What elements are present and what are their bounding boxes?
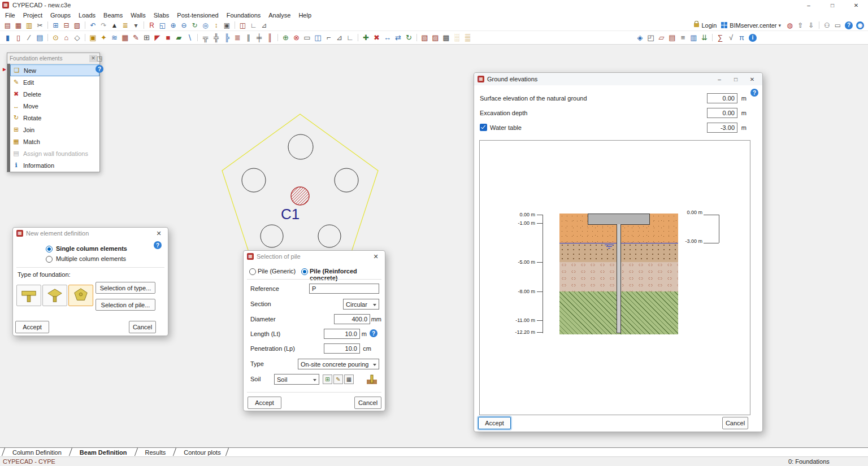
search-reference-icon[interactable]: R bbox=[146, 20, 157, 31]
delete-node-icon[interactable]: ⊗ bbox=[291, 32, 302, 43]
analysis-check-icon[interactable]: √ bbox=[726, 32, 736, 43]
hatch-a-icon[interactable]: ▧ bbox=[419, 32, 430, 43]
diameter-input[interactable]: 400.0 bbox=[334, 314, 370, 324]
zoom-out-icon[interactable]: ⊖ bbox=[179, 20, 189, 31]
pad-footing-icon[interactable]: ▣ bbox=[88, 32, 98, 43]
layer-chevron-icon[interactable]: ▾ bbox=[131, 20, 141, 31]
maximize-button[interactable]: □ bbox=[729, 76, 743, 82]
resources-icon[interactable]: ▥ bbox=[24, 20, 34, 31]
lists-icon[interactable]: ≡ bbox=[678, 32, 688, 43]
section-select[interactable]: Circular bbox=[343, 299, 379, 310]
menu-post-tensioned[interactable]: Post-tensioned bbox=[173, 12, 222, 19]
beam-list-icon[interactable]: ≣ bbox=[232, 32, 243, 43]
insert-beam-icon[interactable]: ╦ bbox=[200, 32, 211, 43]
edit-column-icon[interactable]: ▯ bbox=[13, 32, 24, 43]
ortho-mode-icon[interactable]: ∟ bbox=[345, 32, 355, 43]
multiple-column-label[interactable]: Multiple column elements bbox=[56, 255, 126, 262]
flag-icon[interactable]: ◤ bbox=[152, 32, 163, 43]
soil-table-button[interactable]: ▦ bbox=[344, 374, 354, 384]
align-beams-icon[interactable]: ∥ bbox=[243, 32, 254, 43]
length-input[interactable]: 10.0 bbox=[324, 329, 360, 339]
bim-upload-icon[interactable]: ⇧ bbox=[795, 20, 806, 31]
panel-item-assign-wall-foundations[interactable]: ▤ Assign wall foundations bbox=[10, 147, 99, 159]
panel-item-join[interactable]: ⊞ Join bbox=[10, 124, 99, 136]
level-icon[interactable]: ⌂ bbox=[61, 32, 72, 43]
menu-loads[interactable]: Loads bbox=[75, 12, 99, 19]
hatch-c-icon[interactable]: ▩ bbox=[441, 32, 452, 43]
add-node-icon[interactable]: ⊕ bbox=[280, 32, 291, 43]
panel-item-delete[interactable]: ✖ Delete bbox=[10, 88, 99, 100]
close-button[interactable]: ✕ bbox=[745, 76, 759, 82]
water-table-label[interactable]: Water table bbox=[490, 124, 522, 131]
column-angle-icon[interactable]: ∕ bbox=[24, 32, 34, 43]
panel-help-button[interactable]: ? bbox=[96, 65, 103, 73]
pan-icon[interactable]: ↕ bbox=[211, 20, 222, 31]
tab-results[interactable]: Results bbox=[136, 448, 175, 456]
hatch-b-icon[interactable]: ▨ bbox=[430, 32, 441, 43]
redo-icon[interactable]: ↷ bbox=[98, 20, 109, 31]
menu-help[interactable]: Help bbox=[294, 12, 315, 19]
edit-foundation-icon[interactable]: ✎ bbox=[131, 32, 141, 43]
selection-of-pile-button[interactable]: Selection of pile... bbox=[96, 299, 155, 311]
chevron-down-icon[interactable]: ▾ bbox=[778, 23, 781, 28]
length-help-button[interactable]: ? bbox=[370, 329, 377, 337]
add-element-icon[interactable]: ✚ bbox=[361, 32, 371, 43]
delete-element-icon[interactable]: ✖ bbox=[371, 32, 382, 43]
frame-icon[interactable]: ▣ bbox=[222, 20, 232, 31]
refresh-view-icon[interactable]: ↻ bbox=[403, 32, 414, 43]
texture-b-icon[interactable]: ▒ bbox=[462, 32, 473, 43]
zone-window-icon[interactable]: ◫ bbox=[313, 32, 323, 43]
angle-icon[interactable]: ⊿ bbox=[334, 32, 345, 43]
dialog-help-button[interactable]: ? bbox=[154, 241, 162, 249]
type-select[interactable]: On-site concrete pouring bbox=[298, 359, 379, 369]
menu-analyse[interactable]: Analyse bbox=[264, 12, 294, 19]
close-button[interactable]: ✕ bbox=[844, 0, 868, 10]
zoom-previous-icon[interactable]: ◎ bbox=[200, 20, 211, 31]
analysis-options-icon[interactable]: π bbox=[736, 32, 747, 43]
selection-of-type-button[interactable]: Selection of type... bbox=[96, 282, 155, 294]
layer-visibility-icon[interactable]: ≣ bbox=[120, 20, 131, 31]
foundation-table-icon[interactable]: ⊞ bbox=[141, 32, 152, 43]
cut-icon[interactable]: ✂ bbox=[34, 20, 45, 31]
delete-zone-icon[interactable]: ■ bbox=[163, 32, 173, 43]
foundation-type-diamond-cap-button[interactable] bbox=[42, 285, 67, 306]
soil-select[interactable]: Soil bbox=[274, 374, 319, 385]
surface-elevation-input[interactable]: 0.00 bbox=[707, 93, 737, 103]
penetration-input[interactable]: 10.0 bbox=[324, 343, 360, 354]
menu-groups[interactable]: Groups bbox=[46, 12, 75, 19]
panel-item-move[interactable]: ↔ Move bbox=[10, 100, 99, 112]
texture-a-icon[interactable]: ░ bbox=[452, 32, 462, 43]
minimize-button[interactable]: – bbox=[713, 76, 726, 82]
reference-input[interactable]: P bbox=[309, 284, 379, 294]
soil-edit-button[interactable]: ✎ bbox=[333, 374, 343, 384]
zoom-window-icon[interactable]: ◱ bbox=[157, 20, 168, 31]
panel-item-information[interactable]: ℹ Information bbox=[10, 159, 99, 171]
reference-icon[interactable]: ◇ bbox=[72, 32, 83, 43]
fixity-icon[interactable]: ⊙ bbox=[50, 32, 61, 43]
bim-download-icon[interactable]: ⇩ bbox=[806, 20, 817, 31]
swap-element-icon[interactable]: ⇄ bbox=[393, 32, 403, 43]
wall-icon[interactable]: ║ bbox=[264, 32, 275, 43]
menu-project[interactable]: Project bbox=[19, 12, 46, 19]
menu-file[interactable]: File bbox=[1, 12, 19, 19]
menu-beams[interactable]: Beams bbox=[99, 12, 127, 19]
contour-icon[interactable]: ▭ bbox=[302, 32, 313, 43]
reports-icon[interactable]: ▤ bbox=[667, 32, 678, 43]
water-table-input[interactable]: -3.00 bbox=[707, 123, 737, 133]
redraw-icon[interactable]: ↻ bbox=[189, 20, 200, 31]
login-button[interactable]: Login bbox=[701, 22, 717, 29]
collaborators-icon[interactable]: ⚇ bbox=[822, 20, 832, 31]
pile-generic-radio[interactable] bbox=[249, 268, 256, 275]
undo-icon[interactable]: ↶ bbox=[88, 20, 98, 31]
move-element-icon[interactable]: ↔ bbox=[382, 32, 393, 43]
measure-icon[interactable]: ⊿ bbox=[259, 20, 270, 31]
tab-contour-plots[interactable]: Contour plots bbox=[175, 448, 229, 456]
printer-icon[interactable]: ▧ bbox=[72, 20, 83, 31]
excavation-depth-input[interactable]: 0.00 bbox=[707, 108, 737, 118]
menu-walls[interactable]: Walls bbox=[127, 12, 149, 19]
insert-column-icon[interactable]: ▮ bbox=[2, 32, 13, 43]
new-window-icon[interactable]: ◫ bbox=[237, 20, 248, 31]
zoom-in-icon[interactable]: ⊕ bbox=[168, 20, 179, 31]
up-group-icon[interactable]: ▲ bbox=[109, 20, 120, 31]
accept-button[interactable]: Accept bbox=[248, 397, 281, 409]
